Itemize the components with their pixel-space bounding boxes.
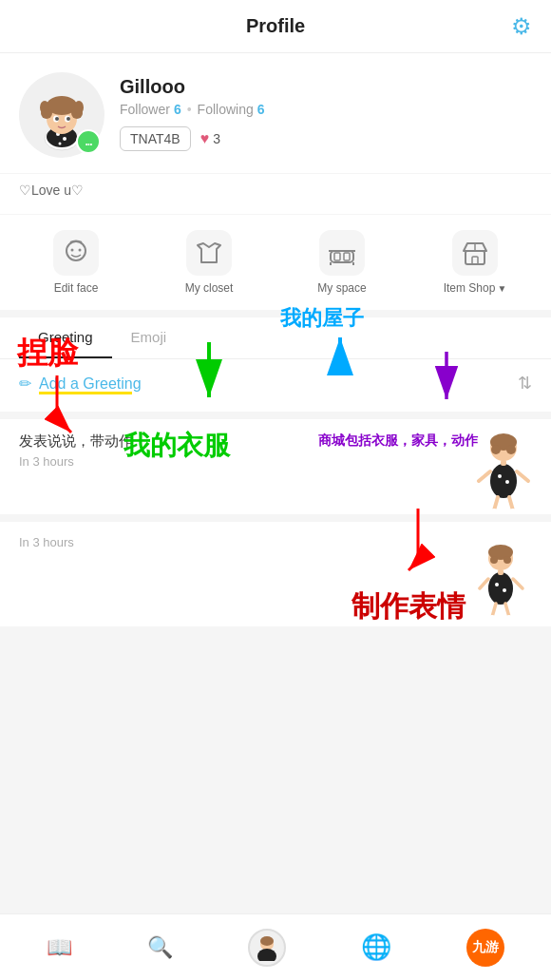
svg-rect-24	[466, 251, 484, 264]
svg-point-17	[71, 249, 74, 252]
tab-emoji[interactable]: Emoji	[112, 317, 186, 358]
svg-line-39	[509, 497, 513, 510]
nav-search-button[interactable]: 🔍	[132, 928, 188, 968]
svg-point-14	[55, 117, 59, 121]
svg-rect-20	[334, 253, 340, 260]
nav-globe-button[interactable]: 🌐	[346, 925, 407, 970]
svg-point-3	[63, 137, 66, 141]
post-avatar-1	[475, 429, 532, 505]
svg-point-41	[509, 509, 517, 514]
post-time-2: In 3 hours	[19, 535, 532, 549]
svg-point-33	[498, 474, 502, 478]
my-space-icon-shape	[319, 230, 365, 276]
svg-line-37	[517, 471, 528, 481]
svg-point-10	[40, 101, 49, 114]
follower-count[interactable]: 6	[174, 102, 181, 117]
edit-face-button[interactable]: Edit face	[43, 230, 109, 295]
svg-point-4	[59, 143, 62, 145]
svg-line-52	[492, 604, 496, 617]
svg-line-51	[513, 579, 522, 588]
svg-rect-49	[498, 569, 504, 575]
online-badge: ...	[76, 129, 101, 154]
profile-section: ... Gillooo Follower 6 • Following 6 TNA…	[0, 53, 551, 173]
username: Gillooo	[120, 76, 532, 98]
svg-point-55	[505, 615, 513, 621]
post-avatar-2	[475, 541, 532, 617]
nav-avatar-button[interactable]	[233, 921, 301, 974]
bottom-nav: 📖 🔍 🌐 九游	[0, 913, 551, 980]
icons-row-wrapper: Edit face My closet	[0, 215, 551, 310]
heart-icon: ♥	[200, 130, 210, 147]
friend-code[interactable]: TNAT4B	[120, 126, 191, 151]
following-label: Following	[198, 102, 254, 117]
my-closet-label: My closet	[185, 281, 234, 295]
post-time-1: In 3 hours	[19, 454, 532, 469]
globe-icon: 🌐	[361, 932, 391, 962]
item-shop-label: Item Shop	[444, 281, 496, 295]
sort-icon[interactable]: ⇅	[518, 373, 532, 394]
svg-point-47	[495, 583, 499, 586]
item-shop-button[interactable]: Item Shop ▼	[442, 230, 508, 295]
nav-book-button[interactable]: 📖	[31, 928, 87, 968]
avatar-wrapper: ...	[19, 72, 104, 158]
edit-face-label: Edit face	[54, 281, 99, 295]
svg-point-31	[506, 445, 516, 454]
my-closet-icon-shape	[186, 230, 232, 276]
bio-section: ♡Love u♡	[0, 174, 551, 214]
book-icon: 📖	[47, 935, 72, 960]
edit-face-icon-shape	[53, 230, 99, 276]
closet-icon	[194, 238, 224, 268]
svg-line-50	[480, 579, 488, 588]
svg-point-48	[503, 588, 506, 592]
my-space-label: My space	[317, 281, 366, 295]
item-shop-row: Item Shop ▼	[444, 281, 507, 295]
following-count[interactable]: 6	[257, 102, 265, 117]
post-text-1: 发表说说，带动作	[19, 432, 532, 451]
nav-avatar-circle	[248, 929, 286, 967]
tabs-section: Greeting Emoji	[0, 317, 551, 359]
svg-point-30	[491, 445, 501, 454]
nav-avatar-svg	[254, 934, 280, 961]
face-icon	[61, 238, 91, 268]
svg-point-34	[505, 480, 509, 484]
svg-line-38	[494, 497, 498, 510]
separator: •	[187, 102, 192, 117]
profile-info: Gillooo Follower 6 • Following 6 TNAT4B …	[120, 72, 532, 151]
follower-label: Follower	[120, 102, 170, 117]
svg-point-40	[490, 509, 498, 514]
post-card-1: 发表说说，带动作 In 3 hours	[0, 419, 551, 514]
add-greeting-button[interactable]: Add a Greeting	[39, 375, 142, 393]
svg-point-15	[66, 117, 70, 121]
svg-rect-27	[472, 257, 478, 264]
heart-count: 3	[213, 131, 220, 146]
search-icon: 🔍	[147, 935, 173, 960]
add-greeting-row: ✏ Add a Greeting	[19, 375, 532, 393]
nav-jiuyou-button[interactable]: 九游	[451, 921, 520, 974]
follow-row: Follower 6 • Following 6	[120, 102, 532, 117]
dropdown-arrow: ▼	[497, 283, 506, 294]
my-space-button[interactable]: My space	[309, 230, 375, 295]
action-row: TNAT4B ♥ 3	[120, 126, 532, 151]
jiuyou-icon: 九游	[466, 929, 504, 967]
post-figure-2-svg	[475, 541, 527, 622]
header: Profile ⚙	[0, 0, 551, 53]
icons-section: Edit face My closet	[0, 215, 551, 310]
my-closet-button[interactable]: My closet	[176, 230, 242, 295]
svg-point-46	[488, 572, 513, 605]
svg-line-36	[479, 471, 490, 481]
svg-point-16	[66, 241, 86, 260]
shop-icon	[460, 238, 490, 268]
svg-point-11	[74, 101, 84, 114]
gear-icon[interactable]: ⚙	[511, 13, 532, 40]
item-shop-icon-shape	[452, 230, 498, 276]
svg-line-53	[505, 604, 509, 617]
space-icon	[327, 238, 357, 268]
post-figure-svg	[475, 429, 532, 514]
svg-point-44	[490, 556, 498, 564]
bio-text: ♡Love u♡	[19, 183, 84, 198]
svg-point-18	[79, 249, 82, 252]
heart-row: ♥ 3	[200, 130, 220, 147]
svg-point-54	[488, 615, 496, 621]
tab-greeting[interactable]: Greeting	[19, 317, 112, 358]
post-card-2: In 3 hours	[0, 522, 551, 626]
